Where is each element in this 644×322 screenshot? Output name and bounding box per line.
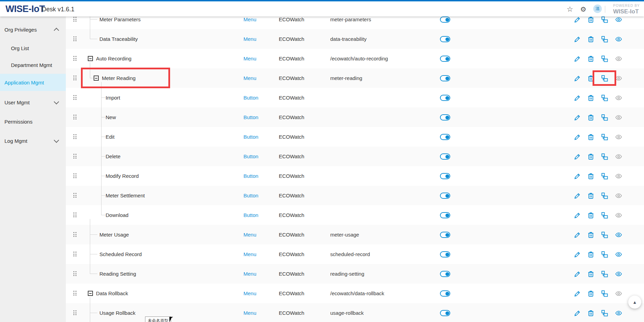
favorite-star-icon[interactable]: ☆ bbox=[565, 5, 574, 14]
edit-icon[interactable] bbox=[574, 251, 581, 258]
copy-node-icon[interactable] bbox=[601, 133, 608, 141]
copy-node-icon[interactable] bbox=[601, 231, 608, 239]
copy-node-icon[interactable] bbox=[601, 172, 608, 180]
delete-icon[interactable] bbox=[587, 231, 595, 239]
drag-handle-icon[interactable] bbox=[73, 17, 77, 22]
drag-handle-icon[interactable] bbox=[73, 252, 77, 257]
edit-icon[interactable] bbox=[574, 309, 581, 317]
settings-gear-icon[interactable]: ⚙ bbox=[579, 5, 588, 14]
enabled-toggle[interactable] bbox=[440, 212, 450, 218]
sidebar-item-log-mgmt[interactable]: Log Mgmt bbox=[0, 136, 66, 146]
sidebar-item-org-privileges[interactable]: Org Privileges bbox=[0, 24, 66, 35]
eye-preview-icon[interactable] bbox=[615, 231, 622, 239]
item-type-link[interactable]: Button bbox=[243, 166, 258, 186]
item-type-link[interactable]: Menu bbox=[243, 49, 257, 68]
drag-handle-icon[interactable] bbox=[73, 115, 77, 120]
drag-handle-icon[interactable] bbox=[73, 76, 77, 81]
delete-icon[interactable] bbox=[587, 290, 595, 297]
enabled-toggle[interactable] bbox=[440, 95, 450, 101]
copy-node-icon[interactable] bbox=[601, 16, 608, 23]
enabled-toggle[interactable] bbox=[440, 153, 450, 160]
drag-handle-icon[interactable] bbox=[73, 134, 77, 140]
edit-icon[interactable] bbox=[574, 231, 581, 239]
edit-icon[interactable] bbox=[574, 133, 581, 141]
copy-node-icon[interactable] bbox=[601, 290, 608, 297]
enabled-toggle[interactable] bbox=[440, 193, 450, 199]
delete-icon[interactable] bbox=[587, 172, 595, 180]
drag-handle-icon[interactable] bbox=[73, 154, 77, 159]
delete-icon[interactable] bbox=[587, 55, 595, 62]
item-type-link[interactable]: Menu bbox=[243, 68, 257, 88]
collapse-node-icon[interactable] bbox=[94, 76, 99, 81]
delete-icon[interactable] bbox=[587, 35, 595, 43]
copy-node-icon[interactable] bbox=[601, 192, 608, 199]
enabled-toggle[interactable] bbox=[440, 16, 450, 23]
item-type-link[interactable]: Button bbox=[243, 147, 258, 166]
item-type-link[interactable]: Menu bbox=[243, 244, 257, 264]
copy-node-icon[interactable] bbox=[601, 309, 608, 317]
delete-icon[interactable] bbox=[587, 114, 595, 121]
item-type-link[interactable]: Button bbox=[243, 205, 258, 225]
drag-handle-icon[interactable] bbox=[73, 95, 77, 101]
item-type-link[interactable]: Button bbox=[243, 186, 258, 205]
delete-icon[interactable] bbox=[587, 16, 595, 23]
edit-icon[interactable] bbox=[574, 172, 581, 180]
edit-icon[interactable] bbox=[574, 74, 581, 82]
copy-node-icon[interactable] bbox=[601, 35, 608, 43]
copy-node-icon[interactable] bbox=[601, 74, 608, 82]
enabled-toggle[interactable] bbox=[440, 310, 450, 316]
copy-node-icon[interactable] bbox=[601, 211, 608, 219]
drag-handle-icon[interactable] bbox=[73, 232, 77, 238]
item-type-link[interactable]: Menu bbox=[243, 225, 257, 244]
sidebar-item-user-mgmt[interactable]: User Mgmt bbox=[0, 97, 66, 107]
copy-node-icon[interactable] bbox=[601, 114, 608, 121]
edit-icon[interactable] bbox=[574, 55, 581, 62]
sidebar-item-department-mgmt[interactable]: Department Mgmt bbox=[0, 60, 66, 70]
enabled-toggle[interactable] bbox=[440, 134, 450, 140]
delete-icon[interactable] bbox=[587, 251, 595, 258]
edit-icon[interactable] bbox=[574, 153, 581, 160]
enabled-toggle[interactable] bbox=[440, 75, 450, 81]
enabled-toggle[interactable] bbox=[440, 290, 450, 297]
delete-icon[interactable] bbox=[587, 192, 595, 199]
eye-preview-icon[interactable] bbox=[615, 309, 622, 317]
drag-handle-icon[interactable] bbox=[73, 193, 77, 198]
sidebar-item-permissions[interactable]: Permissions bbox=[0, 116, 66, 127]
item-type-link[interactable]: Menu bbox=[243, 303, 257, 322]
drag-handle-icon[interactable] bbox=[73, 56, 77, 61]
edit-icon[interactable] bbox=[574, 192, 581, 199]
delete-icon[interactable] bbox=[587, 94, 595, 102]
enabled-toggle[interactable] bbox=[440, 251, 450, 257]
item-type-link[interactable]: Menu bbox=[243, 264, 257, 284]
copy-node-icon[interactable] bbox=[601, 270, 608, 278]
item-type-link[interactable]: Button bbox=[243, 107, 258, 127]
edit-icon[interactable] bbox=[574, 16, 581, 23]
drag-handle-icon[interactable] bbox=[73, 212, 77, 218]
edit-icon[interactable] bbox=[574, 94, 581, 102]
drag-handle-icon[interactable] bbox=[73, 173, 77, 179]
delete-icon[interactable] bbox=[587, 133, 595, 141]
delete-icon[interactable] bbox=[587, 309, 595, 317]
eye-preview-icon[interactable] bbox=[615, 35, 622, 43]
edit-icon[interactable] bbox=[574, 290, 581, 297]
item-type-link[interactable]: Menu bbox=[243, 284, 257, 303]
delete-icon[interactable] bbox=[587, 270, 595, 278]
drag-handle-icon[interactable] bbox=[73, 271, 77, 277]
enabled-toggle[interactable] bbox=[440, 271, 450, 277]
enabled-toggle[interactable] bbox=[440, 173, 450, 179]
back-to-top-button[interactable]: ▲ bbox=[628, 296, 641, 309]
copy-node-icon[interactable] bbox=[601, 251, 608, 258]
edit-icon[interactable] bbox=[574, 114, 581, 121]
enabled-toggle[interactable] bbox=[440, 36, 450, 42]
item-type-link[interactable]: Menu bbox=[243, 29, 257, 49]
drag-handle-icon[interactable] bbox=[73, 36, 77, 42]
delete-icon[interactable] bbox=[587, 211, 595, 219]
item-type-link[interactable]: Button bbox=[243, 127, 258, 147]
edit-icon[interactable] bbox=[574, 270, 581, 278]
collapse-node-icon[interactable] bbox=[88, 56, 93, 61]
eye-preview-icon[interactable] bbox=[615, 16, 622, 23]
sidebar-item-org-list[interactable]: Org List bbox=[0, 43, 66, 53]
eye-preview-icon[interactable] bbox=[615, 251, 622, 258]
item-type-link[interactable]: Button bbox=[243, 88, 258, 107]
copy-node-icon[interactable] bbox=[601, 55, 608, 62]
